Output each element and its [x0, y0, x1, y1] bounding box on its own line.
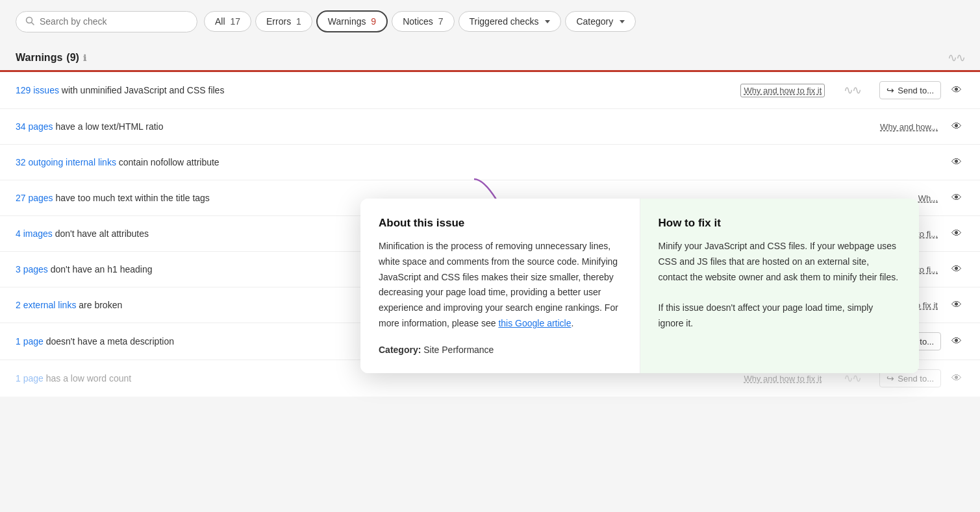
issue-count-link[interactable]: 129 issues	[16, 85, 59, 95]
notices-label: Notices	[403, 16, 433, 27]
row-text: 32 outgoing internal links contain nofol…	[16, 157, 941, 167]
category-value: Site Performance	[421, 345, 494, 355]
send-icon: ↪	[886, 373, 894, 384]
popup-left-panel: About this issue Minification is the pro…	[360, 199, 640, 373]
triggered-label: Triggered checks	[470, 16, 539, 27]
chevron-down-icon	[545, 20, 550, 23]
filter-buttons: All 17 Errors 1 Warnings 9 Notices 7 Tri…	[204, 10, 636, 32]
warnings-count-badge: (9)	[66, 52, 79, 64]
search-box[interactable]	[16, 11, 197, 32]
all-label: All	[215, 16, 225, 27]
issue-count-link[interactable]: 32 outgoing internal links	[16, 157, 116, 167]
search-input[interactable]	[40, 16, 188, 27]
row-description: with unminified JavaScript and CSS files	[62, 85, 225, 95]
section-title: Warnings (9) ℹ	[16, 52, 86, 64]
section-header: Warnings (9) ℹ ∿∿	[0, 43, 980, 65]
row-text: 1 page has a low word count	[16, 373, 733, 384]
about-issue-title: About this issue	[379, 217, 622, 230]
row-description: have a low text/HTML ratio	[56, 121, 164, 132]
all-count: 17	[230, 16, 240, 27]
errors-label: Errors	[266, 16, 291, 27]
filter-notices-button[interactable]: Notices 7	[392, 11, 454, 32]
warnings-title: Warnings	[16, 52, 62, 64]
top-bar: All 17 Errors 1 Warnings 9 Notices 7 Tri…	[0, 0, 980, 43]
category-dropdown[interactable]: Category	[565, 11, 636, 32]
warnings-count: 9	[371, 16, 376, 27]
notices-count: 7	[438, 16, 444, 27]
triggered-checks-dropdown[interactable]: Triggered checks	[459, 11, 562, 32]
table-row: 34 pages have a low text/HTML ratio Why …	[0, 109, 980, 145]
eye-icon[interactable]: 👁	[949, 82, 964, 99]
about-issue-period: .	[572, 318, 574, 328]
row-text: 129 issues with unminified JavaScript an…	[16, 85, 733, 95]
category-label: Category	[576, 16, 613, 27]
how-to-fix-title: How to fix it	[659, 217, 901, 230]
send-label: Send to...	[898, 86, 934, 95]
eye-icon[interactable]: 👁	[949, 118, 964, 135]
row-description: have too much text within the title tags	[56, 193, 210, 203]
send-icon: ↪	[886, 85, 894, 95]
info-icon[interactable]: ℹ	[83, 53, 86, 63]
table-row: 129 issues with unminified JavaScript an…	[0, 72, 980, 109]
filter-all-button[interactable]: All 17	[204, 11, 251, 32]
eye-icon[interactable]: 👁	[949, 154, 964, 171]
eye-icon[interactable]: 👁	[949, 333, 964, 350]
popup-category: Category: Site Performance	[379, 345, 622, 355]
row-description: doesn't have a meta description	[46, 336, 174, 347]
row-text: 34 pages have a low text/HTML ratio	[16, 121, 869, 132]
category-label: Category:	[379, 345, 421, 355]
about-issue-text: Minification is the process of removing …	[379, 239, 622, 332]
warnings-label: Warnings	[328, 16, 366, 27]
section-trend-sparkline: ∿∿	[948, 51, 964, 65]
issue-count-link[interactable]: 34 pages	[16, 121, 53, 132]
filter-errors-button[interactable]: Errors 1	[255, 11, 312, 32]
eye-icon[interactable]: 👁	[949, 261, 964, 278]
why-fix-link[interactable]: Why and how...	[877, 120, 941, 134]
why-fix-link[interactable]: Why and how to fix it	[740, 372, 825, 385]
issue-count-link[interactable]: 27 pages	[16, 193, 53, 203]
eye-icon[interactable]: 👁	[949, 189, 964, 206]
why-fix-link[interactable]: Why and how to fix it	[740, 84, 825, 97]
google-article-link[interactable]: this Google article	[498, 318, 571, 328]
row-description: don't have alt attributes	[55, 228, 149, 239]
table-row: 32 outgoing internal links contain nofol…	[0, 145, 980, 180]
eye-icon[interactable]: 👁	[949, 297, 964, 313]
warnings-table: 129 issues with unminified JavaScript an…	[0, 70, 980, 397]
row-sparkline: ∿∿	[833, 371, 872, 385]
search-icon	[25, 16, 34, 27]
issue-count-link[interactable]: 4 images	[16, 228, 53, 239]
about-issue-body: Minification is the process of removing …	[379, 241, 618, 328]
eye-icon[interactable]: 👁	[949, 370, 964, 387]
popup-right-panel: How to fix it Minify your JavaScript and…	[640, 199, 920, 373]
issue-count-link[interactable]: 1 page	[16, 373, 44, 384]
chevron-down-icon	[620, 20, 625, 23]
errors-count: 1	[296, 16, 301, 27]
issue-count-link[interactable]: 1 page	[16, 336, 44, 347]
send-label: Send to...	[898, 374, 934, 384]
row-sparkline: ∿∿	[833, 83, 872, 97]
row-description: has a low word count	[46, 373, 132, 384]
filter-warnings-button[interactable]: Warnings 9	[316, 10, 388, 32]
svg-line-1	[32, 22, 34, 25]
popup-card: About this issue Minification is the pro…	[360, 199, 919, 373]
row-description: contain nofollow attribute	[119, 157, 220, 167]
eye-icon[interactable]: 👁	[949, 225, 964, 242]
issue-count-link[interactable]: 3 pages	[16, 264, 48, 274]
row-description: are broken	[79, 300, 122, 310]
issue-count-link[interactable]: 2 external links	[16, 300, 76, 310]
how-to-fix-text: Minify your JavaScript and CSS files. If…	[659, 239, 901, 332]
why-fix-link[interactable]: Wh...	[915, 191, 941, 205]
row-description: don't have an h1 heading	[51, 264, 153, 274]
send-to-button[interactable]: ↪ Send to...	[879, 81, 941, 99]
